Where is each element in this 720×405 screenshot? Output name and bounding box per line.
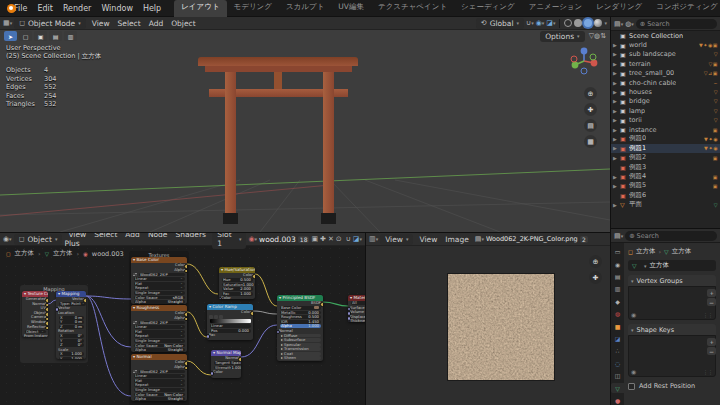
- disclosure-arrow-icon[interactable]: ▶: [613, 70, 620, 76]
- tool-option-4-button[interactable]: ▥: [64, 31, 77, 41]
- outliner-row[interactable]: ▶▣sub landscape▽: [611, 50, 720, 59]
- vertex-groups-panel-header[interactable]: ▾ Vertex Groups: [628, 275, 716, 286]
- workspace-tab[interactable]: アニメーション: [522, 0, 590, 17]
- disclosure-arrow-icon[interactable]: ▶: [613, 98, 620, 104]
- properties-tab-material[interactable]: ●: [611, 396, 624, 405]
- menu-window[interactable]: Window: [96, 4, 138, 13]
- shader-type-dropdown[interactable]: ◻ Object ▾: [14, 234, 63, 245]
- list-filter-icon[interactable]: ◉: [631, 311, 636, 318]
- node-tex_coord[interactable]: ▾ Texture CoordinateGeneratedNormalUVObj…: [22, 291, 48, 337]
- outliner-row[interactable]: ▶▣例題2▣: [611, 153, 720, 162]
- camera-view-icon[interactable]: ▤: [584, 119, 597, 132]
- outliner-search-input[interactable]: ⊕ Search: [636, 19, 717, 29]
- outliner-row[interactable]: ▶▣houses▽: [611, 87, 720, 96]
- slot-dropdown[interactable]: Slot 1 ▾: [212, 232, 246, 249]
- editor-type-properties-icon[interactable]: ▤▾: [614, 232, 623, 240]
- add-shape-key-button[interactable]: ＋: [707, 338, 716, 346]
- properties-tab-view-layer[interactable]: ▥: [611, 284, 624, 293]
- shading-wireframe-icon[interactable]: [564, 19, 572, 27]
- editor-type-viewport-icon[interactable]: ▦▾: [3, 19, 12, 27]
- breadcrumb-item[interactable]: wood.003: [92, 250, 124, 258]
- viewport-menu-select[interactable]: Select: [114, 19, 145, 28]
- properties-tab-scene[interactable]: ◆: [611, 297, 624, 306]
- outliner-row[interactable]: ▶▣例題1▼✦◉: [611, 144, 720, 153]
- disclosure-arrow-icon[interactable]: ▶: [613, 183, 620, 189]
- outliner-root-row[interactable]: ▣ Scene Collection: [611, 31, 720, 40]
- sort-icon[interactable]: ⇅: [600, 32, 606, 40]
- image-mode-dropdown[interactable]: View ▾: [380, 234, 413, 245]
- workspace-tab[interactable]: スカルプト: [279, 0, 331, 17]
- editor-type-image-icon[interactable]: ▥▾: [369, 235, 378, 243]
- outliner-filter-icon[interactable]: ◍▾: [625, 20, 634, 28]
- properties-tab-object[interactable]: ■: [611, 321, 624, 330]
- outliner-row[interactable]: ▶▣例題5▣: [611, 181, 720, 190]
- shader-editor[interactable]: MappingTextures ▾ Texture CoordinateGene…: [0, 232, 365, 405]
- shape-keys-panel-header[interactable]: ▾ Shape Keys: [628, 324, 716, 335]
- material-users-count[interactable]: 18: [298, 236, 310, 243]
- shader-menu-select[interactable]: Select: [90, 232, 121, 239]
- image-datablock-icon[interactable]: ▤▾: [475, 235, 484, 243]
- workspace-tab[interactable]: テクスチャペイント: [371, 0, 454, 17]
- add-vertex-group-button[interactable]: ＋: [707, 289, 716, 297]
- disclosure-arrow-icon[interactable]: ▶: [613, 155, 620, 161]
- tool-option-2-button[interactable]: ▣: [34, 31, 47, 41]
- snap-magnet-icon[interactable]: ∪▾: [526, 19, 534, 27]
- ortho-toggle-icon[interactable]: ▦: [584, 135, 597, 148]
- disclosure-arrow-icon[interactable]: ▶: [613, 42, 620, 48]
- editor-type-shader-icon[interactable]: ◉▾: [3, 235, 12, 243]
- outliner-display-mode-icon[interactable]: ▤▾: [614, 20, 623, 28]
- proportional-edit-icon[interactable]: ◉▾: [536, 19, 545, 27]
- image-menu-image[interactable]: Image: [441, 235, 473, 244]
- shader-menu-add[interactable]: Add: [121, 232, 144, 239]
- breadcrumb-item[interactable]: 立方体: [53, 249, 73, 258]
- properties-tab-modifiers[interactable]: ◪: [611, 334, 624, 343]
- node-ramp[interactable]: ▾ Color RampColorLinearPos0.000Fac: [207, 304, 253, 340]
- disclosure-arrow-icon[interactable]: ▶: [613, 127, 620, 133]
- properties-search-input[interactable]: ⊕ Search: [625, 231, 717, 241]
- unlink-material-icon[interactable]: ✕: [328, 235, 334, 243]
- viewport-menu-view[interactable]: View: [88, 19, 114, 28]
- node-canvas[interactable]: MappingTextures ▾ Texture CoordinateGene…: [0, 233, 365, 405]
- add-rest-position-row[interactable]: Add Rest Position: [628, 382, 716, 390]
- disclosure-arrow-icon[interactable]: ▶: [613, 108, 620, 114]
- shading-dropdown-icon[interactable]: ▾: [604, 20, 607, 26]
- mode-dropdown[interactable]: ◻ Object Mode ▾: [14, 18, 86, 29]
- remove-vertex-group-button[interactable]: −: [707, 298, 716, 306]
- properties-tab-object-data[interactable]: ▽: [611, 383, 624, 392]
- workspace-tab[interactable]: UV編集: [331, 0, 371, 17]
- viewport-menu-object[interactable]: Object: [167, 19, 199, 28]
- disclosure-arrow-icon[interactable]: ▶: [613, 174, 620, 180]
- disclosure-arrow-icon[interactable]: ▶: [613, 136, 620, 142]
- outliner-row[interactable]: ▶▣例題0▼✦◉: [611, 134, 720, 143]
- node-overlays-icon[interactable]: ◪▾: [353, 235, 362, 243]
- tool-option-1-button[interactable]: ▢: [19, 31, 32, 41]
- node-principled[interactable]: ▾ Principled BSDFBSDFBase ColorMetallic0…: [277, 295, 323, 361]
- outliner-row[interactable]: ▶▣cho-chin cable~: [611, 78, 720, 87]
- disclosure-arrow-icon[interactable]: ▶: [613, 61, 620, 67]
- breadcrumb-item[interactable]: 立方体: [636, 247, 656, 256]
- pin-icon[interactable]: ⊙: [336, 235, 342, 243]
- shading-rendered-icon[interactable]: [594, 19, 602, 27]
- shading-solid-icon[interactable]: [574, 19, 582, 27]
- navigation-gizmo[interactable]: [568, 45, 600, 77]
- list-filter-icon[interactable]: ◉: [631, 368, 636, 375]
- node-row-y[interactable]: Y1.000: [56, 357, 86, 359]
- viewport-3d[interactable]: ▦▾ ◻ Object Mode ▾ ViewSelectAddObject ⟲…: [0, 17, 610, 232]
- shape-keys-list[interactable]: ＋ − ◉ ⋮⋮: [628, 335, 716, 377]
- node-tex_color[interactable]: ▾ Base ColorColorAlphaWood062_2K-PLinear…: [131, 257, 187, 304]
- gizmo-toggle-icon[interactable]: ◪▾: [546, 19, 555, 27]
- material-name[interactable]: wood.003: [259, 235, 296, 244]
- breadcrumb-item[interactable]: 立方体: [672, 247, 692, 256]
- outliner-row[interactable]: ▶▣torii▽: [611, 116, 720, 125]
- transform-orientation-dropdown[interactable]: ⟲ Global ▾: [476, 18, 524, 29]
- vertex-groups-list[interactable]: ＋ − ◉ ⋮⋮: [628, 286, 716, 320]
- node-tex_normal[interactable]: ▾ NormalColorAlphaWood062_2K-PLinearFlat…: [131, 354, 187, 401]
- mesh-data-selector[interactable]: ▽ ▾ 立方体: [628, 260, 716, 271]
- outliner-row[interactable]: ▶▣lamp▽: [611, 106, 720, 115]
- outliner-row[interactable]: ▶▣terrain▽▣: [611, 59, 720, 68]
- image-pan-hand-icon[interactable]: ✚: [589, 271, 602, 284]
- properties-tab-world[interactable]: ◍: [611, 309, 624, 318]
- properties-tab-physics[interactable]: ◌: [611, 359, 624, 368]
- menu-edit[interactable]: Edit: [32, 4, 58, 13]
- pan-hand-icon[interactable]: ✚: [584, 103, 597, 116]
